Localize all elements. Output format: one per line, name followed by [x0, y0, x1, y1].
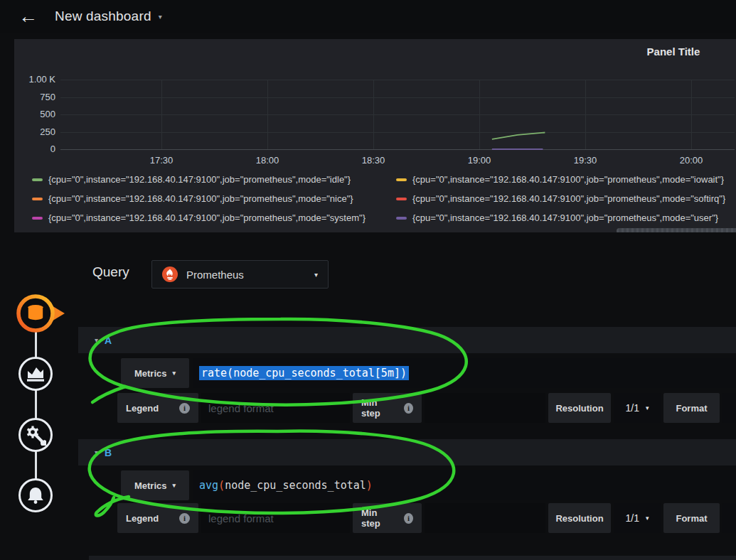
resolution-label-text: Resolution [555, 403, 603, 414]
query-section-title: Query [92, 264, 129, 280]
chevron-down-icon: ▾ [646, 515, 649, 522]
legend-series-label: {cpu="0",instance="192.168.40.147:9100",… [412, 193, 725, 204]
query-row-b-options: Legend i Min step i Resolution 1/1 ▾ For… [78, 502, 736, 534]
sidebar-item-general[interactable] [18, 418, 53, 452]
legend-series-color-dash [396, 217, 407, 220]
promql-input-a[interactable]: rate(node_cpu_seconds_total[5m]) [193, 358, 736, 388]
format-label-text: Format [676, 513, 707, 524]
legend-item[interactable]: {cpu="0",instance="192.168.40.147:9100",… [32, 193, 353, 204]
format-select[interactable]: Time series ▾ [722, 503, 736, 533]
legend-label-text: Legend [126, 403, 159, 414]
resolution-label-text: Resolution [555, 513, 603, 524]
promql-paren-token: ( [218, 479, 225, 492]
legend-format-input[interactable] [201, 503, 350, 533]
database-icon [14, 292, 67, 335]
resolution-label: Resolution [548, 393, 611, 423]
horizontal-scrollbar[interactable] [617, 228, 736, 232]
legend-label-text: Legend [126, 513, 159, 524]
format-label: Format [663, 503, 720, 533]
legend-series-color-dash [396, 198, 407, 200]
sidebar-item-visualization[interactable] [18, 357, 53, 391]
legend-item[interactable]: {cpu="0",instance="192.168.40.147:9100",… [32, 174, 351, 185]
legend-series-color-dash [32, 178, 43, 181]
legend-label: Legend i [117, 393, 198, 423]
collapse-caret-icon[interactable]: ▾ [95, 448, 98, 456]
metrics-label: Metrics [134, 368, 167, 379]
legend-series-label: {cpu="0",instance="192.168.40.147:9100",… [412, 174, 724, 185]
min-step-label-text: Min step [361, 507, 394, 529]
format-label-text: Format [676, 403, 707, 414]
legend-series-label: {cpu="0",instance="192.168.40.147:9100",… [48, 193, 353, 204]
sidebar-item-alert[interactable] [18, 478, 53, 512]
promql-function-token: avg [199, 479, 218, 492]
info-icon[interactable]: i [404, 403, 413, 414]
legend-series-color-dash [32, 198, 43, 200]
legend-series-color-dash [396, 178, 407, 181]
stepper-connector-line [35, 313, 37, 496]
legend-item[interactable]: {cpu="0",instance="192.168.40.147:9100",… [396, 193, 725, 204]
legend-series-label: {cpu="0",instance="192.168.40.147:9100",… [412, 212, 718, 223]
sidebar-item-queries[interactable] [14, 292, 67, 338]
bell-icon [26, 485, 46, 505]
query-row-b-expression: Metrics ▾ avg(node_cpu_seconds_total) [78, 470, 736, 501]
metrics-label: Metrics [134, 480, 167, 491]
legend-item[interactable]: {cpu="0",instance="192.168.40.147:9100",… [396, 174, 724, 185]
top-nav: ← New dashboard ▾ [0, 0, 736, 33]
prometheus-icon [162, 266, 178, 282]
datasource-picker[interactable]: Prometheus ▾ [151, 260, 329, 289]
chevron-down-icon: ▾ [173, 370, 176, 377]
resolution-value: 1/1 [626, 512, 639, 524]
chevron-down-icon: ▾ [173, 482, 176, 489]
min-step-input[interactable] [425, 393, 545, 423]
info-icon[interactable]: i [179, 513, 190, 524]
promql-paren-token: ) [366, 479, 373, 492]
min-step-input[interactable] [425, 503, 545, 533]
query-row-a-header[interactable]: ▾ A [78, 327, 736, 353]
promql-metric-token: node_cpu_seconds_total [225, 479, 366, 492]
chevron-down-icon[interactable]: ▾ [159, 13, 162, 21]
chevron-down-icon: ▾ [314, 271, 318, 279]
legend-series-color-dash [32, 217, 43, 220]
legend-item[interactable]: {cpu="0",instance="192.168.40.147:9100",… [32, 212, 366, 223]
graph-panel: Panel Title 1.00 K750500250017:3018:0018… [14, 39, 736, 232]
resolution-select[interactable]: 1/1 ▾ [614, 503, 661, 533]
legend-format-input[interactable] [201, 393, 350, 423]
legend-series-label: {cpu="0",instance="192.168.40.147:9100",… [48, 212, 366, 223]
info-icon[interactable]: i [404, 513, 413, 524]
chevron-down-icon: ▾ [646, 404, 649, 411]
info-icon[interactable]: i [179, 403, 190, 414]
min-step-label-text: Min step [361, 397, 394, 419]
selected-expression-text: rate(node_cpu_seconds_total[5m]) [199, 366, 409, 380]
datasource-name: Prometheus [186, 269, 244, 281]
promql-input-b[interactable]: avg(node_cpu_seconds_total) [193, 470, 736, 500]
metrics-dropdown-button[interactable]: Metrics ▾ [121, 470, 189, 500]
metrics-dropdown-button[interactable]: Metrics ▾ [121, 358, 189, 388]
query-row-a-expression: Metrics ▾ rate(node_cpu_seconds_total[5m… [78, 357, 736, 389]
dashboard-title[interactable]: New dashboard [55, 9, 151, 24]
query-ref-id: A [105, 335, 112, 346]
gear-wrench-icon [25, 424, 46, 446]
collapse-caret-icon[interactable]: ▾ [95, 336, 98, 344]
query-ref-id: B [105, 447, 112, 458]
chart-icon [25, 363, 46, 384]
format-select[interactable]: Time series ▾ [722, 393, 736, 423]
resolution-value: 1/1 [626, 402, 639, 414]
min-step-label: Min step i [353, 393, 422, 423]
series-line [492, 132, 545, 139]
legend-item[interactable]: {cpu="0",instance="192.168.40.147:9100",… [396, 212, 718, 223]
resolution-label: Resolution [548, 503, 611, 533]
next-section-edge [89, 556, 736, 560]
query-row-a-options: Legend i Min step i Resolution 1/1 ▾ For… [78, 392, 736, 424]
min-step-label: Min step i [353, 503, 422, 533]
legend-series-label: {cpu="0",instance="192.168.40.147:9100",… [48, 174, 351, 185]
query-row-b-header[interactable]: ▾ B [78, 439, 736, 465]
resolution-select[interactable]: 1/1 ▾ [614, 393, 661, 423]
format-label: Format [663, 393, 720, 423]
back-arrow-icon[interactable]: ← [18, 7, 38, 26]
legend-label: Legend i [117, 503, 198, 533]
